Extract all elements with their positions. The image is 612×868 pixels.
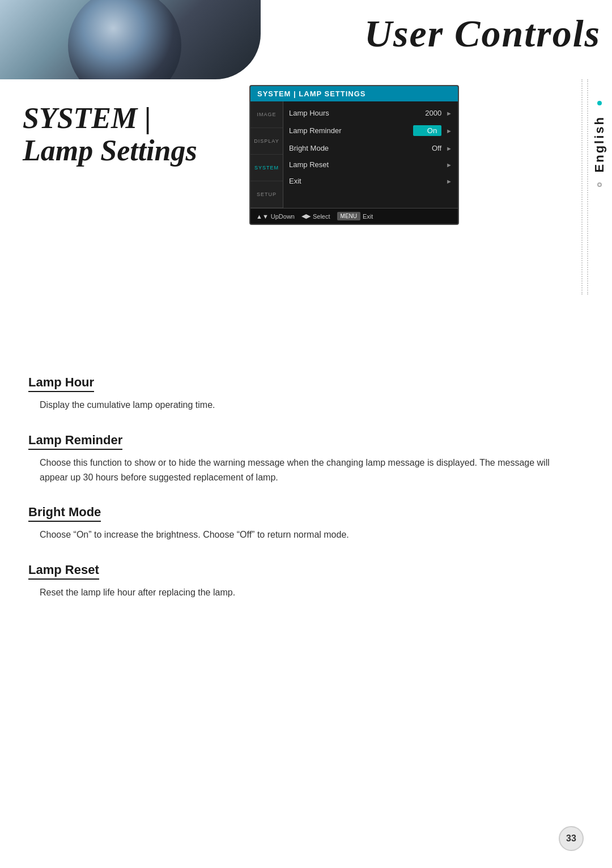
updown-label: UpDown (271, 213, 295, 220)
updown-icon: ▲▼ (256, 213, 269, 220)
main-content: SYSTEM | Lamp Settings SYSTEM | LAMP SET… (0, 79, 612, 178)
osd-tab-display[interactable]: DISPLAY (250, 128, 283, 155)
osd-label-lamp-reset: Lamp Reset (289, 160, 413, 169)
body-lamp-reset: Reset the lamp life hour after replacing… (40, 585, 578, 600)
osd-row-lamp-hours: Lamp Hours 2000 ► (283, 105, 458, 121)
osd-rows: Lamp Hours 2000 ► Lamp Reminder On ► Bri… (283, 101, 458, 208)
osd-arrow-lamp-hours: ► (446, 110, 452, 117)
osd-tab-image[interactable]: IMAGE (250, 101, 283, 128)
body-lamp-reminder: Choose this function to show or to hide … (40, 456, 578, 484)
osd-arrow-lamp-reset: ► (446, 161, 452, 168)
osd-row-bright-mode: Bright Mode Off ► (283, 140, 458, 156)
osd-bottom-bar: ▲▼ UpDown ◀▶ Select MENU Exit (250, 208, 458, 224)
description-area: Lamp Hour Display the cumulative lamp op… (0, 359, 612, 599)
osd-menu-container: SYSTEM | LAMP SETTINGS IMAGE DISPLAY SYS… (249, 85, 459, 225)
osd-arrow-bright-mode: ► (446, 145, 452, 152)
osd-label-bright-mode: Bright Mode (289, 144, 413, 152)
sidebar-dot-empty (597, 182, 602, 187)
osd-value-lamp-hours: 2000 (413, 109, 441, 117)
osd-arrow-exit: ► (446, 178, 452, 185)
lens-graphic (68, 0, 181, 79)
osd-tabs: IMAGE DISPLAY SYSTEM SETUP (250, 101, 283, 208)
section-lamp-reminder: Lamp Reminder Choose this function to sh… (28, 417, 578, 484)
osd-label-exit: Exit (289, 177, 413, 185)
osd-tab-system[interactable]: SYSTEM (250, 155, 283, 181)
heading-lamp-reminder: Lamp Reminder (28, 433, 122, 450)
page-title: User Controls (364, 11, 601, 56)
osd-arrow-lamp-reminder: ► (446, 127, 452, 134)
heading-lamp-reset: Lamp Reset (28, 563, 99, 580)
leftright-icon: ◀▶ (301, 212, 311, 220)
header: User Controls (0, 0, 612, 79)
osd-label-lamp-hours: Lamp Hours (289, 109, 413, 117)
osd-tab-setup[interactable]: SETUP (250, 181, 283, 208)
section-lamp-reset: Lamp Reset Reset the lamp life hour afte… (28, 547, 578, 600)
section-bright-mode: Bright Mode Choose “On” to increase the … (28, 489, 578, 542)
osd-menu-control: MENU Exit (337, 212, 373, 220)
body-lamp-hour: Display the cumulative lamp operating ti… (40, 398, 578, 412)
osd-title-bar: SYSTEM | LAMP SETTINGS (250, 86, 458, 101)
osd-row-exit: Exit ► (283, 173, 458, 189)
osd-updown-control: ▲▼ UpDown (256, 213, 295, 220)
menu-button-label[interactable]: MENU (337, 212, 360, 220)
page-number: 33 (559, 826, 584, 851)
menu-exit-label: Exit (363, 213, 373, 220)
section-lamp-hour: Lamp Hour Display the cumulative lamp op… (28, 359, 578, 412)
osd-menu: SYSTEM | LAMP SETTINGS IMAGE DISPLAY SYS… (249, 85, 459, 225)
header-bg-image (0, 0, 261, 79)
osd-body: IMAGE DISPLAY SYSTEM SETUP Lamp Hours 20… (250, 101, 458, 208)
select-label: Select (313, 213, 330, 220)
body-bright-mode: Choose “On” to increase the brightness. … (40, 527, 578, 542)
osd-row-lamp-reminder: Lamp Reminder On ► (283, 121, 458, 140)
osd-value-lamp-reminder: On (413, 125, 441, 136)
heading-lamp-hour: Lamp Hour (28, 375, 94, 392)
osd-value-bright-mode: Off (413, 144, 441, 152)
heading-bright-mode: Bright Mode (28, 505, 101, 522)
osd-select-control: ◀▶ Select (301, 212, 330, 220)
osd-label-lamp-reminder: Lamp Reminder (289, 126, 413, 135)
osd-row-lamp-reset: Lamp Reset ► (283, 156, 458, 173)
